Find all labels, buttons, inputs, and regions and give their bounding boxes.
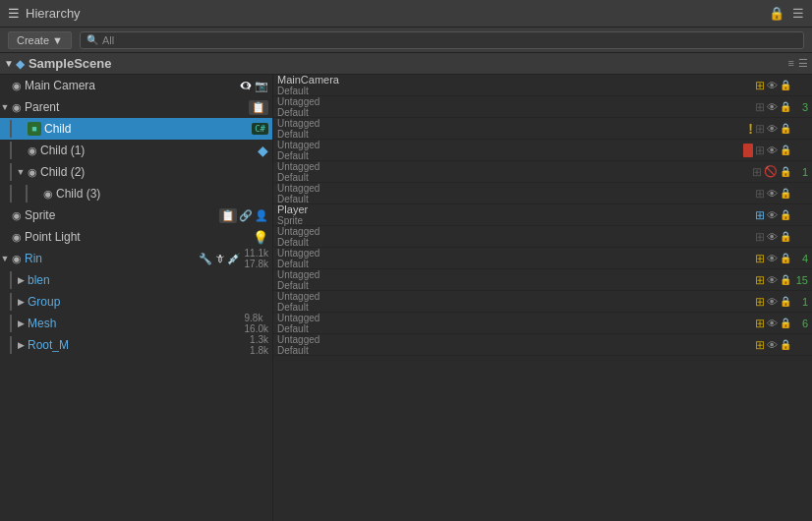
hierarchy-item-group[interactable]: ▶ Group <box>0 291 272 313</box>
layer-grid-icon[interactable]: ⊞ <box>755 230 765 244</box>
scene-filter-icon[interactable]: ≡ <box>788 57 794 70</box>
hidden-eye-icon[interactable]: 🚫 <box>764 165 778 178</box>
hierarchy-item-child-3[interactable]: ◉ Child (3) <box>0 183 272 204</box>
lock-icon[interactable]: 🔒 <box>780 339 791 350</box>
hierarchy-item-sprite[interactable]: ◉ Sprite 📋 🔗 👤 <box>0 204 272 226</box>
eye-icon[interactable]: 👁 <box>767 123 778 135</box>
badge: 3 <box>794 101 808 113</box>
name-label: Player <box>277 203 752 215</box>
layer-grid-icon[interactable]: ⊞ <box>755 122 765 136</box>
badge: 15 <box>794 274 808 286</box>
eye-icon[interactable]: 👁 <box>767 339 778 351</box>
camera-icon: 📷 <box>255 80 268 92</box>
sprite-icon: 📋 <box>219 208 237 223</box>
eye-icon[interactable]: 👁 <box>767 188 778 200</box>
eye-icon[interactable]: 👁 <box>767 209 778 221</box>
lock-icon[interactable]: 🔒 <box>780 209 791 220</box>
name-tag-col: Untagged Default <box>277 269 752 291</box>
layer-grid-icon[interactable]: ⊞ <box>752 165 762 179</box>
right-row-mesh: Untagged Default ⊞ 👁 🔒 6 <box>273 313 812 334</box>
hierarchy-item-child[interactable]: ■ Child C# <box>0 118 272 140</box>
lock-icon[interactable]: 🔒 <box>769 6 784 21</box>
right-row-rin: Untagged Default ⊞ 👁 🔒 4 <box>273 248 812 269</box>
component-icons: 👁‍🗨 📷 <box>239 80 268 92</box>
rig-icon2: 🗡 <box>214 253 225 264</box>
name-tag-col: Untagged Default <box>277 96 752 118</box>
name-tag-col: Untagged Default <box>277 140 740 161</box>
right-icons: ⊞ 👁 🔒 <box>755 273 791 287</box>
exclaim-icon: ! <box>748 121 753 137</box>
search-bar[interactable]: 🔍 All <box>80 31 804 49</box>
badge: 6 <box>794 318 808 329</box>
badge: 4 <box>794 253 808 264</box>
component-icons: 💡 <box>253 230 268 245</box>
gold-grid-icon[interactable]: ⊞ <box>755 338 765 352</box>
layer-grid-icon[interactable]: ⊞ <box>755 100 765 114</box>
hierarchy-item-parent[interactable]: ▼ ◉ Parent 📋 <box>0 96 272 118</box>
right-row-main-camera: MainCamera Default ⊞ 👁 🔒 <box>273 75 812 96</box>
hierarchy-item-mesh[interactable]: ▶ Mesh 9.8k16.0k <box>0 313 272 334</box>
scene-menu-icon[interactable]: ☰ <box>798 57 808 70</box>
create-button[interactable]: Create ▼ <box>8 31 72 49</box>
tag-label: Untagged <box>277 226 752 237</box>
tag-label: Untagged <box>277 248 752 259</box>
object-icon: ◉ <box>12 101 22 114</box>
gold-grid-icon[interactable]: ⊞ <box>755 252 765 265</box>
lock-icon[interactable]: 🔒 <box>780 253 791 263</box>
hierarchy-item-root-m[interactable]: ▶ Root_M 1.3k1.8k <box>0 334 272 356</box>
layer-grid-icon[interactable]: ⊞ <box>755 144 765 157</box>
gold-grid-icon[interactable]: ⊞ <box>755 317 765 330</box>
lock-icon[interactable]: 🔒 <box>780 188 791 199</box>
hierarchy-item-main-camera[interactable]: ◉ Main Camera 👁‍🗨 📷 <box>0 75 272 96</box>
gold-grid-icon[interactable]: ⊞ <box>755 273 765 287</box>
tree-line <box>10 293 12 311</box>
tree-line <box>10 315 12 332</box>
eye-icon[interactable]: 👁 <box>767 253 778 264</box>
hierarchy-item-blen[interactable]: ▶ blen <box>0 269 272 291</box>
blue-grid-icon[interactable]: ⊞ <box>755 208 765 222</box>
lock-icon[interactable]: 🔒 <box>780 274 791 285</box>
eye-icon[interactable]: 👁 <box>767 231 778 243</box>
object-name: Sprite <box>25 208 217 222</box>
lock-icon[interactable]: 🔒 <box>780 296 791 307</box>
object-icon: ◉ <box>12 209 22 222</box>
eye-icon[interactable]: 👁 <box>767 145 778 156</box>
component-icons: 📋 🔗 👤 <box>219 208 268 223</box>
hierarchy-item-child-1[interactable]: ◉ Child (1) ◆ <box>0 140 272 161</box>
eye-icon[interactable]: 👁 <box>767 296 778 308</box>
gold-lock-icon[interactable]: 🔒 <box>780 166 791 177</box>
right-row-group: Untagged Default ⊞ 👁 🔒 1 <box>273 291 812 313</box>
hierarchy-item-rin[interactable]: ▼ ◉ Rin 🔧 🗡 💉 11.1k17.8k <box>0 248 272 269</box>
layer-grid-icon[interactable]: ⊞ <box>755 187 765 201</box>
eye-icon[interactable]: 👁 <box>767 318 778 329</box>
name-tag-col: Untagged Default <box>277 313 752 334</box>
gold-grid-icon[interactable]: ⊞ <box>755 295 765 309</box>
name-tag-col: Untagged Default <box>277 226 752 248</box>
header-bar: ☰ Hierarchy 🔒 ☰ <box>0 0 812 28</box>
scene-arrow: ▼ <box>4 58 14 69</box>
layer-label: Default <box>277 107 752 118</box>
object-name: Root_M <box>28 338 246 352</box>
lock-icon[interactable]: 🔒 <box>780 318 791 328</box>
menu-icon[interactable]: ☰ <box>792 6 804 21</box>
hierarchy-item-point-light[interactable]: ◉ Point Light 💡 <box>0 226 272 248</box>
scene-row[interactable]: ▼ ◆ SampleScene ≡ ☰ <box>0 53 812 75</box>
object-icon: ◉ <box>43 188 53 201</box>
right-row-child-3: Untagged Default ⊞ 👁 🔒 <box>273 183 812 204</box>
file-size: 11.1k17.8k <box>245 248 268 269</box>
layer-label: Default <box>277 237 752 248</box>
hierarchy-item-child-2[interactable]: ▼ ◉ Child (2) <box>0 161 272 183</box>
right-icons: ⊞ 👁 🔒 <box>755 208 791 222</box>
eye-icon[interactable]: 👁 <box>767 80 778 91</box>
lock-icon[interactable]: 🔒 <box>780 231 791 242</box>
tag-label: Untagged <box>277 291 752 302</box>
lock-icon[interactable]: 🔒 <box>780 123 791 134</box>
layer-grid-icon[interactable]: ⊞ <box>755 79 765 92</box>
lock-icon[interactable]: 🔒 <box>780 80 791 90</box>
eye-icon[interactable]: 👁 <box>767 101 778 113</box>
lock-icon[interactable]: 🔒 <box>780 145 791 155</box>
eye-icon[interactable]: 👁 <box>767 274 778 286</box>
component-icons: C# <box>252 123 268 135</box>
name-label: MainCamera <box>277 75 752 86</box>
lock-icon[interactable]: 🔒 <box>780 101 791 112</box>
